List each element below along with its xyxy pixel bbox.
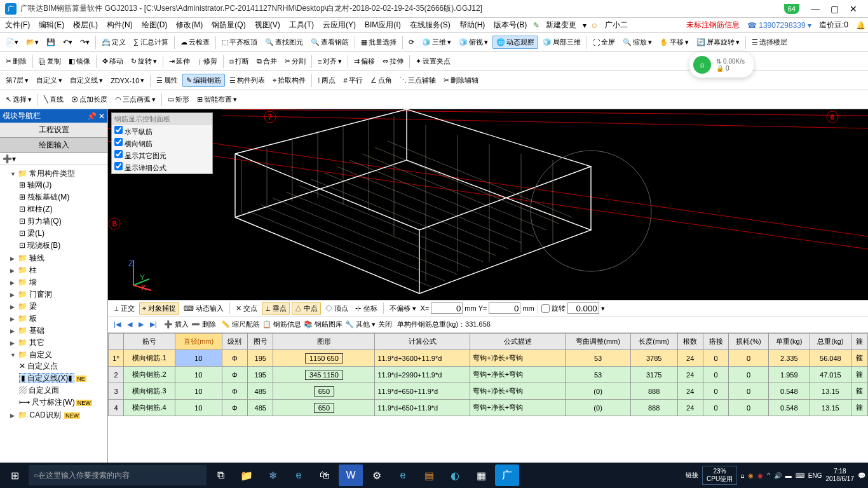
menu-rebar[interactable]: 钢筋量(Q) [209,18,248,32]
offset-button[interactable]: ⇉ 偏移 [351,55,378,67]
clock[interactable]: 7:182018/6/17 [826,468,855,483]
code-selector[interactable]: ZDYX-10 ▾ [107,75,147,86]
point-length-button[interactable]: ⦿ 点加长度 [68,93,111,105]
property-button[interactable]: ☰ 属性 [153,74,181,86]
menu-view[interactable]: 视图(V) [252,18,283,32]
local-3d-button[interactable]: 🧊 局部三维 [539,36,584,48]
y-input[interactable] [489,302,520,314]
screen-rotate-button[interactable]: 🔄 屏幕旋转 ▾ [693,36,743,48]
prev-icon[interactable]: ◀ [125,320,134,329]
taskbar-search[interactable]: ○ 在这里输入你要搜索的内容 [29,465,207,485]
rebar-library-button[interactable]: 📚 钢筋图库 [304,320,342,329]
menu-floor[interactable]: 楼层(L) [71,18,100,32]
menu-version[interactable]: 版本号(B) [491,18,529,32]
mirror-button[interactable]: ◧ 镜像 [65,55,93,67]
parallel-button[interactable]: # 平行 [340,74,365,86]
orbit-button[interactable]: 🌐 动态观察 [492,36,538,49]
tray-icon[interactable]: ⩍ [741,472,744,479]
scale-rebar-button[interactable]: 📏 缩尺配筋 [221,320,260,329]
extend-button[interactable]: ⇥ 延伸 [166,55,193,67]
new-icon[interactable]: 📄▾ [3,37,22,48]
edge-icon[interactable]: e [287,464,311,486]
vertex-snap[interactable]: ◇ 顶点 [323,302,351,315]
x-input[interactable] [431,302,463,314]
fullscreen-button[interactable]: ⛶ 全屏 [590,36,618,48]
open-icon[interactable]: 📂▾ [23,37,42,48]
floor-selector[interactable]: 第7层 ▾ [3,74,32,86]
app-icon-2[interactable]: ❄ [261,464,285,486]
3d-button[interactable]: 🧊 三维 ▾ [419,36,454,48]
rebar-info-button[interactable]: 📋 钢筋信息 [262,320,301,329]
minimize-button[interactable]: — [806,4,825,14]
view-rebar-button[interactable]: 🔍 查看钢筋 [308,36,352,48]
mid-snap[interactable]: △ 中点 [292,302,321,315]
dynamic-input-button[interactable]: ⌨ 动态输入 [181,302,226,315]
move-button[interactable]: ✥ 移动 [99,55,126,67]
app-icon-5[interactable]: ▦ [469,464,493,486]
component-tree[interactable]: 📁 常用构件类型 ⊞ 轴网(J) ⊞ 筏板基础(M) ⊡ 框柱(Z) ⊡ 剪力墙… [0,165,107,483]
table-row[interactable]: 3横向钢筋.310Φ48565011.9*d+650+11.9*d弯钩+净长+弯… [109,383,868,400]
point-angle-button[interactable]: ∠ 点角 [367,74,395,86]
table-delete-button[interactable]: ➖ 删除 [191,320,216,329]
menu-tool[interactable]: 工具(T) [287,18,316,32]
perp-snap[interactable]: ⊥ 垂点 [262,302,290,315]
chk-detail[interactable] [114,162,123,170]
network-status-widget[interactable]: ⩍ ⇅ 0.00K/s🔒 0 [689,52,754,78]
pick-button[interactable]: ⌖ 拾取构件 [269,74,309,86]
tray-battery-icon[interactable]: ▬ [785,472,792,479]
select-button[interactable]: ↖ 选择 ▾ [3,93,35,105]
next-icon[interactable]: ▶ [137,320,146,329]
app-icon-1[interactable]: 📁 [234,464,259,486]
rect-button[interactable]: ▭ 矩形 [165,93,193,105]
tray-icon[interactable]: ◉ [748,472,754,479]
store-icon[interactable]: 🛍 [313,464,337,486]
sum-button[interactable]: ∑ 汇总计算 [130,36,172,48]
start-button[interactable]: ⊞ [3,464,27,486]
tab-project-settings[interactable]: 工程设置 [0,123,107,138]
delete-aux-button[interactable]: ✂ 删除辅轴 [440,74,482,86]
component-list-button[interactable]: ☰ 构件列表 [226,74,268,86]
top-view-button[interactable]: 🧊 俯视 ▾ [456,36,491,48]
tab-draw-input[interactable]: 绘图输入 [0,138,107,153]
chk-other[interactable] [114,150,123,158]
refresh-icon[interactable]: ⟳ [405,37,417,48]
align-top-button[interactable]: ⬚ 平齐板顶 [219,36,261,48]
tray-lang[interactable]: ENG [808,472,822,479]
close-button[interactable]: ✕ [844,4,863,14]
three-point-aux-button[interactable]: ⋱ 三点辅轴 [397,74,439,86]
two-point-button[interactable]: ⁞ 两点 [315,74,339,86]
menu-edit[interactable]: 编辑(E) [36,18,67,32]
app-icon-4[interactable]: ◐ [443,464,467,486]
rebar-display-panel[interactable]: 钢筋显示控制面板 水平纵筋 横向钢筋 显示其它图元 显示详细公式 [111,112,213,174]
3d-viewport[interactable]: 7 8 B [108,109,868,300]
find-element-button[interactable]: 🔍 查找图元 [262,36,306,48]
smart-layout-button[interactable]: ⊞ 智能布置 ▾ [194,93,240,105]
line-button[interactable]: ╲ 直线 [41,93,67,105]
grip-button[interactable]: ✦ 设置夹点 [412,55,454,67]
rotate-input[interactable] [567,302,599,314]
menu-bim[interactable]: BIM应用(I) [362,18,403,32]
task-view-icon[interactable]: ⧉ [208,464,233,486]
cpu-usage[interactable]: 23%CPU使用 [702,466,737,485]
tray-ime-icon[interactable]: ⌨ [796,472,804,479]
type-selector[interactable]: 自定义线 ▾ [67,74,106,86]
menu-draw[interactable]: 绘图(D) [139,18,170,32]
edit-rebar-button[interactable]: ✎ 编辑钢筋 [182,74,225,87]
ortho-button[interactable]: ⟂ 正交 [112,302,137,315]
table-row[interactable]: 2横向钢筋.210Φ195345 115011.9*d+2990+11.9*d弯… [109,367,868,383]
define-button[interactable]: 📇 定义 [98,36,129,48]
last-icon[interactable]: ▶| [148,320,159,329]
copy-button[interactable]: ⿻ 复制 [36,55,64,67]
windows-taskbar[interactable]: ⊞ ○ 在这里输入你要搜索的内容 ⧉ 📁 ❄ e 🛍 W ⚙ e ▤ ◐ ▦ 广… [0,463,868,488]
tray-icon[interactable]: ◉ [757,472,763,479]
link-label[interactable]: 链接 [686,471,698,480]
arc-button[interactable]: ◠ 三点画弧 ▾ [112,93,159,105]
new-change-button[interactable]: 新建变更 [543,18,579,32]
stretch-button[interactable]: ⇔ 拉伸 [379,55,407,67]
align-button[interactable]: ≡ 对齐 ▾ [315,55,345,67]
table-insert-button[interactable]: ➕ 插入 [164,320,189,329]
merge-button[interactable]: ⧉ 合并 [254,55,280,67]
trim-button[interactable]: ⟊ 修剪 [194,55,220,67]
pan-button[interactable]: ✋ 平移 ▾ [656,36,692,48]
menu-component[interactable]: 构件(N) [104,18,135,32]
